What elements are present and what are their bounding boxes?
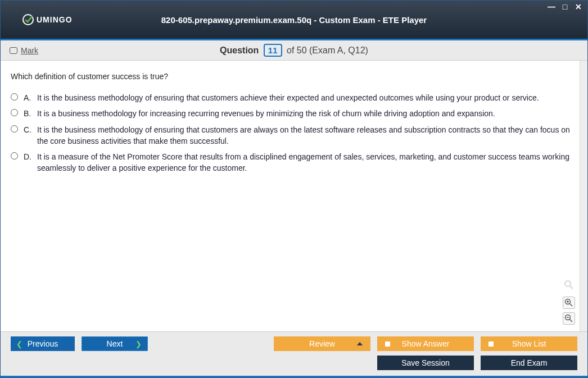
show-answer-button[interactable]: Show Answer	[377, 336, 474, 351]
zoom-in-icon[interactable]	[563, 297, 575, 309]
show-list-button[interactable]: Show List	[481, 336, 577, 351]
question-total: of 50 (Exam A, Q12)	[287, 45, 368, 55]
footer: ❮ Previous Next ❯ Review Show Answer Sho…	[1, 331, 587, 376]
logo: UMINGO	[22, 13, 73, 26]
question-bar: Mark Question 11 of 50 (Exam A, Q12)	[1, 40, 587, 61]
chevron-left-icon: ❮	[16, 340, 22, 348]
radio-icon[interactable]	[11, 152, 18, 160]
option-text: It is a measure of the Net Promoter Scor…	[37, 151, 577, 174]
option-text: It is the business methodology of ensuri…	[37, 92, 577, 103]
review-button[interactable]: Review	[274, 336, 370, 351]
option-row[interactable]: A. It is the business methodology of ens…	[11, 92, 577, 103]
next-button[interactable]: Next ❯	[82, 336, 148, 351]
question-indicator: Question 11 of 50 (Exam A, Q12)	[1, 44, 587, 57]
footer-divider	[1, 376, 587, 377]
mark-checkbox[interactable]	[10, 47, 17, 54]
scrollbar[interactable]	[580, 61, 587, 331]
stop-icon	[489, 341, 494, 347]
save-session-button[interactable]: Save Session	[377, 356, 474, 370]
option-letter: B.	[24, 108, 35, 119]
show-answer-label: Show Answer	[402, 339, 450, 348]
option-letter: D.	[24, 151, 35, 162]
chevron-right-icon: ❯	[135, 340, 142, 348]
end-exam-button[interactable]: End Exam	[481, 356, 577, 370]
option-text: It is a business methodology for increas…	[37, 108, 577, 119]
option-text: It is the business methodology of ensuri…	[37, 124, 577, 147]
option-row[interactable]: D. It is a measure of the Net Promoter S…	[11, 151, 577, 174]
close-icon[interactable]: ✕	[574, 3, 583, 11]
option-row[interactable]: C. It is the business methodology of ens…	[11, 124, 577, 147]
zoom-tools	[563, 279, 575, 325]
option-row[interactable]: B. It is a business methodology for incr…	[11, 108, 577, 119]
question-label: Question	[220, 45, 259, 55]
mark-label: Mark	[21, 46, 38, 55]
triangle-up-icon	[357, 342, 363, 345]
svg-line-2	[570, 286, 573, 289]
logo-checkmark-icon	[22, 13, 34, 26]
next-label: Next	[107, 339, 123, 348]
previous-label: Previous	[28, 339, 58, 348]
save-session-label: Save Session	[401, 358, 450, 367]
review-label: Review	[309, 339, 335, 348]
stop-icon	[385, 341, 390, 347]
radio-icon[interactable]	[11, 93, 18, 101]
option-letter: A.	[24, 92, 35, 103]
end-exam-label: End Exam	[511, 358, 548, 367]
mark-checkbox-wrap[interactable]: Mark	[10, 46, 38, 55]
maximize-icon[interactable]: □	[560, 3, 569, 11]
radio-icon[interactable]	[11, 125, 18, 133]
show-list-label: Show List	[512, 339, 546, 348]
question-number: 11	[264, 44, 282, 57]
radio-icon[interactable]	[11, 109, 18, 116]
svg-line-6	[570, 304, 573, 307]
title-bar: UMINGO 820-605.prepaway.premium.exam.50q…	[1, 1, 587, 39]
svg-line-9	[570, 320, 573, 322]
window-title: 820-605.prepaway.premium.exam.50q - Cust…	[1, 15, 587, 25]
search-icon[interactable]	[563, 279, 575, 291]
question-stem: Which definition of customer success is …	[11, 72, 577, 81]
logo-text: UMINGO	[37, 15, 73, 24]
previous-button[interactable]: ❮ Previous	[11, 336, 75, 351]
question-content: Which definition of customer success is …	[1, 61, 587, 331]
minimize-icon[interactable]: —	[547, 3, 556, 11]
svg-point-1	[565, 281, 571, 286]
zoom-out-icon[interactable]	[563, 312, 575, 325]
option-letter: C.	[24, 124, 35, 135]
